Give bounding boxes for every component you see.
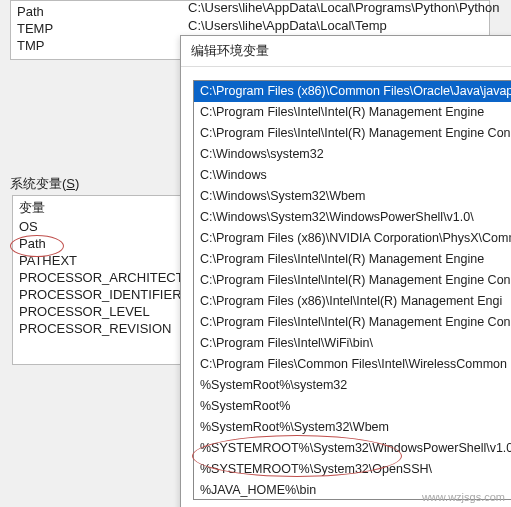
path-item[interactable]: C:\Program Files\Common Files\Intel\Wire…	[194, 354, 511, 375]
path-item[interactable]: C:\Windows\System32\Wbem	[194, 186, 511, 207]
user-var-name: Path	[17, 4, 44, 19]
path-item[interactable]: %SYSTEMROOT%\System32\OpenSSH\	[194, 459, 511, 480]
user-var-value: C:\Users\lihe\AppData\Local\Programs\Pyt…	[188, 0, 499, 15]
sys-var-row[interactable]: PROCESSOR_LEVEL	[19, 303, 185, 320]
sys-var-row[interactable]: OS	[19, 218, 185, 235]
sys-var-header: 变量	[19, 198, 185, 218]
system-vars-label: 系统变量(S)	[10, 175, 79, 193]
watermark: www.wzjsgs.com	[422, 491, 505, 503]
path-item[interactable]: C:\Program Files\Intel\Intel(R) Manageme…	[194, 312, 511, 333]
path-item[interactable]: C:\Program Files\Intel\Intel(R) Manageme…	[194, 270, 511, 291]
path-item[interactable]: C:\Windows\system32	[194, 144, 511, 165]
path-item[interactable]: C:\Program Files (x86)\Intel\Intel(R) Ma…	[194, 291, 511, 312]
path-item[interactable]: C:\Program Files (x86)\NVIDIA Corporatio…	[194, 228, 511, 249]
sys-var-row[interactable]: PATHEXT	[19, 252, 185, 269]
path-item[interactable]: C:\Program Files (x86)\Common Files\Orac…	[194, 81, 511, 102]
path-item[interactable]: C:\Windows\System32\WindowsPowerShell\v1…	[194, 207, 511, 228]
path-item[interactable]: %SYSTEMROOT%\System32\WindowsPowerShell\…	[194, 438, 511, 459]
sys-var-row[interactable]: Path	[19, 235, 185, 252]
edit-env-dialog: 编辑环境变量 C:\Program Files (x86)\Common Fil…	[180, 35, 511, 507]
path-item[interactable]: %SystemRoot%\system32	[194, 375, 511, 396]
path-item[interactable]: C:\Program Files\Intel\Intel(R) Manageme…	[194, 123, 511, 144]
path-item[interactable]: C:\Program Files\Intel\Intel(R) Manageme…	[194, 249, 511, 270]
user-var-name: TEMP	[17, 21, 53, 36]
path-item[interactable]: %SystemRoot%\System32\Wbem	[194, 417, 511, 438]
user-var-value: C:\Users\lihe\AppData\Local\Temp	[188, 18, 387, 33]
sys-var-row[interactable]: PROCESSOR_REVISION	[19, 320, 185, 337]
user-var-name: TMP	[17, 38, 44, 53]
path-item[interactable]: C:\Program Files\Intel\Intel(R) Manageme…	[194, 102, 511, 123]
path-item[interactable]: C:\Windows	[194, 165, 511, 186]
sys-var-row[interactable]: PROCESSOR_IDENTIFIER	[19, 286, 185, 303]
path-values-list[interactable]: C:\Program Files (x86)\Common Files\Orac…	[193, 80, 511, 500]
sys-var-row[interactable]: PROCESSOR_ARCHITECT	[19, 269, 185, 286]
system-vars-list[interactable]: 变量 OS Path PATHEXT PROCESSOR_ARCHITECT P…	[12, 195, 192, 365]
path-item[interactable]: %SystemRoot%	[194, 396, 511, 417]
dialog-title: 编辑环境变量	[181, 36, 511, 67]
path-item[interactable]: C:\Program Files\Intel\WiFi\bin\	[194, 333, 511, 354]
